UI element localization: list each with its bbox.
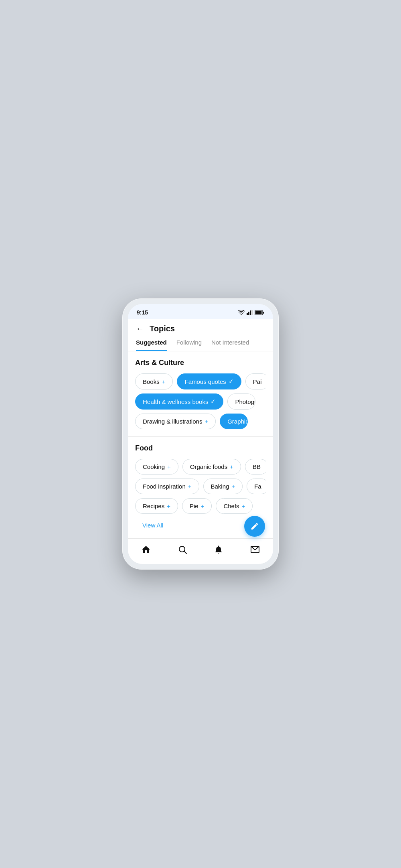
arts-chips-row-3: Drawing & illustrations + Graphic desig [135,414,266,429]
chip-bbq-partial[interactable]: BB [245,459,266,475]
chip-food-inspiration-icon: + [188,483,192,490]
home-icon [141,545,151,554]
svg-rect-1 [248,312,249,315]
chip-chefs-icon: + [242,503,245,509]
nav-messages[interactable] [250,545,260,557]
svg-rect-2 [250,310,251,315]
svg-rect-0 [247,313,248,315]
svg-line-8 [184,552,186,554]
arts-chips-row-1: Books + Famous quotes ✓ Pai [135,373,266,389]
chip-health-wellness-books[interactable]: Health & wellness books ✓ [135,393,223,410]
content-area: Arts & Culture Books + Famous quotes ✓ P… [128,351,273,539]
tab-not-interested[interactable]: Not Interested [211,339,249,351]
page-title: Topics [150,324,175,333]
section-arts-culture: Arts & Culture Books + Famous quotes ✓ P… [128,351,273,437]
chip-cooking-icon: + [167,463,171,470]
chip-books[interactable]: Books + [135,373,173,389]
chip-graphic-design-partial[interactable]: Graphic desig [220,414,248,429]
chip-food-inspiration[interactable]: Food inspiration + [135,479,199,494]
bottom-nav [128,539,273,564]
chip-baking[interactable]: Baking + [203,479,243,494]
nav-notifications[interactable] [214,545,223,557]
phone-screen: 9:15 [128,304,273,564]
svg-rect-5 [263,312,264,314]
chip-organic-icon: + [230,463,233,470]
chip-famous-quotes-icon: ✓ [229,378,234,385]
header-title-row: ← Topics [136,324,265,333]
chip-photography-partial[interactable]: Photograph [227,393,255,410]
fab-compose[interactable] [244,516,265,537]
nav-home[interactable] [141,545,151,557]
wifi-icon [238,310,245,315]
chip-cooking[interactable]: Cooking + [135,459,178,475]
section-food-title: Food [135,444,266,452]
search-icon [178,545,187,554]
phone-outer: 9:15 [122,298,279,570]
chip-famous-quotes[interactable]: Famous quotes ✓ [177,373,241,389]
food-chips-row-3: Recipes + Pie + Chefs + [135,498,266,514]
header: ← Topics Suggested Following Not Interes… [128,319,273,351]
signal-icon [247,310,253,315]
chip-drawing-illustrations[interactable]: Drawing & illustrations + [135,414,216,429]
status-bar: 9:15 [128,304,273,319]
messages-icon [250,545,260,554]
back-button[interactable]: ← [136,324,144,333]
chip-recipes-icon: + [167,503,170,509]
chip-pie-icon: + [201,503,205,509]
food-chips-row-1: Cooking + Organic foods + BB [135,459,266,475]
status-icons [238,310,264,315]
notifications-icon [214,545,223,554]
chip-chefs[interactable]: Chefs + [216,498,253,514]
status-time: 9:15 [137,309,148,316]
chip-recipes[interactable]: Recipes + [135,498,178,514]
arts-chips-row-2: Health & wellness books ✓ Photograph [135,393,266,410]
chip-organic-foods[interactable]: Organic foods + [182,459,241,475]
section-arts-culture-title: Arts & Culture [135,359,266,367]
tab-suggested[interactable]: Suggested [136,339,167,351]
chip-baking-icon: + [231,483,235,490]
chip-drawing-icon: + [205,418,208,425]
chip-health-wellness-icon: ✓ [211,398,216,405]
tab-following[interactable]: Following [176,339,202,351]
nav-search[interactable] [178,545,187,557]
svg-rect-3 [251,310,253,315]
tabs-container: Suggested Following Not Interested [136,339,265,351]
chip-farm-partial[interactable]: Fa [247,479,266,494]
svg-rect-6 [255,311,262,314]
battery-icon [255,310,264,315]
chip-painting-partial[interactable]: Pai [245,373,266,389]
chip-pie[interactable]: Pie + [182,498,212,514]
chip-books-icon: + [162,378,166,385]
food-chips-row-2: Food inspiration + Baking + Fa [135,479,266,494]
fab-compose-icon [250,522,259,531]
